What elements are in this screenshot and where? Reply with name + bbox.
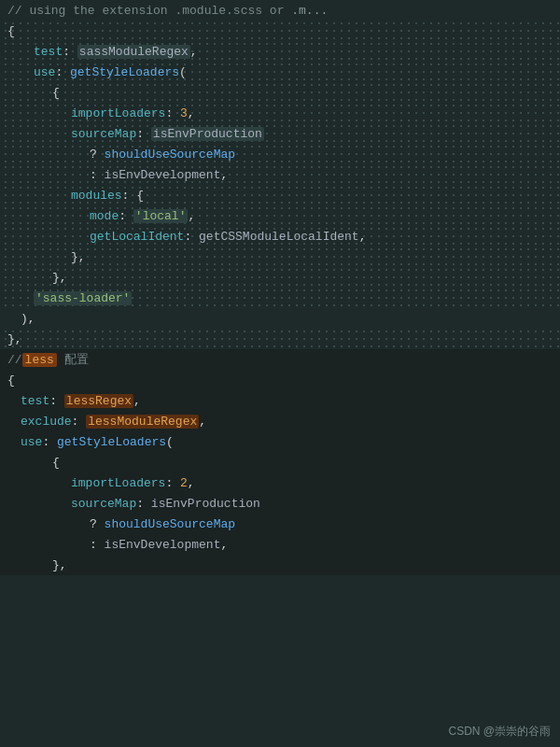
token: ( <box>179 65 187 79</box>
code-line: use: getStyleLoaders( <box>0 62 560 82</box>
token: , <box>199 415 206 429</box>
token: { <box>52 456 60 470</box>
token: sourceMap <box>71 127 136 141</box>
token: use <box>34 65 55 79</box>
token: : <box>55 65 70 79</box>
token: 配置 <box>57 351 89 368</box>
code-line: }, <box>0 329 560 349</box>
token: }, <box>7 332 22 346</box>
code-line: // using the extension .module.scss or .… <box>0 0 560 21</box>
token: : <box>184 230 199 244</box>
code-line: importLoaders: 2, <box>0 472 560 493</box>
token: }, <box>52 271 67 285</box>
token: extension .module.scss <box>95 4 270 18</box>
code-line: }, <box>0 267 560 288</box>
token: ( <box>166 435 174 449</box>
token: ), <box>21 312 35 326</box>
token: : <box>136 127 151 141</box>
token: isEnvProduction <box>151 497 260 511</box>
code-line: { <box>0 370 560 390</box>
token: 'local' <box>133 209 189 223</box>
token: getCSSModuleLocalIdent <box>199 230 359 244</box>
code-line: ? shouldUseSourceMap <box>0 514 560 534</box>
token: : <box>49 394 64 408</box>
token: : <box>119 209 133 223</box>
token: { <box>7 24 15 38</box>
code-line: { <box>0 21 560 41</box>
code-line: ? shouldUseSourceMap <box>0 144 560 164</box>
token: .m... <box>284 4 328 18</box>
token: : <box>90 538 105 552</box>
token: : <box>136 497 151 511</box>
token: or <box>270 4 285 18</box>
token: }, <box>52 558 67 572</box>
token: modules <box>71 189 122 203</box>
token: getStyleLoaders <box>70 65 179 79</box>
code-line: test: sassModuleRegex, <box>0 41 560 62</box>
token: sassModuleRegex <box>77 45 190 59</box>
token: { <box>7 374 15 388</box>
code-line: importLoaders: 3, <box>0 103 560 123</box>
token: , <box>220 538 228 552</box>
token: isEnvProduction <box>151 127 264 141</box>
token: 'sass-loader' <box>34 291 132 305</box>
token: ? <box>90 517 105 531</box>
code-line: : isEnvDevelopment, <box>0 534 560 555</box>
token: , <box>188 209 195 223</box>
token: use <box>21 435 42 449</box>
token: 2 <box>180 476 188 490</box>
code-line: }, <box>0 247 560 267</box>
code-line: test: lessRegex, <box>0 390 560 411</box>
token: // <box>7 353 22 367</box>
token: shouldUseSourceMap <box>105 517 235 531</box>
token: isEnvDevelopment <box>105 168 221 182</box>
token: importLoaders <box>71 476 165 490</box>
token: shouldUseSourceMap <box>105 148 235 162</box>
token: , <box>188 106 195 120</box>
token: , <box>359 230 367 244</box>
token: : <box>165 106 180 120</box>
token: lessRegex <box>64 394 133 408</box>
watermark: CSDN @崇崇的谷雨 <box>448 724 551 740</box>
token: { <box>52 86 60 100</box>
token: lessModuleRegex <box>86 415 199 429</box>
token: , <box>188 476 195 490</box>
code-line: getLocalIdent: getCSSModuleLocalIdent, <box>0 226 560 247</box>
token: , <box>190 45 198 59</box>
code-line: modules: { <box>0 185 560 205</box>
token: test <box>34 45 63 59</box>
token: : <box>63 45 77 59</box>
token: getStyleLoaders <box>57 435 166 449</box>
token: the <box>73 4 94 18</box>
code-line: { <box>0 82 560 103</box>
code-line: use: getStyleLoaders( <box>0 431 560 452</box>
token: exclude <box>21 415 72 429</box>
token: , <box>220 168 228 182</box>
code-line: //less 配置 <box>0 349 560 370</box>
token: isEnvDevelopment <box>105 538 221 552</box>
token: // using <box>7 4 73 18</box>
token: : <box>165 476 180 490</box>
token: 3 <box>180 106 188 120</box>
code-line: sourceMap: isEnvProduction <box>0 493 560 514</box>
token: : <box>90 168 105 182</box>
code-line: }, <box>0 555 560 575</box>
code-line: exclude: lessModuleRegex, <box>0 411 560 431</box>
token: : { <box>122 189 144 203</box>
token: , <box>133 394 141 408</box>
token: importLoaders <box>71 106 165 120</box>
code-line: : isEnvDevelopment, <box>0 164 560 185</box>
code-line: { <box>0 452 560 472</box>
code-line: 'sass-loader' <box>0 288 560 308</box>
token: ? <box>90 148 105 162</box>
token: }, <box>71 250 86 264</box>
token: : <box>42 435 57 449</box>
code-line: mode: 'local', <box>0 205 560 226</box>
token: test <box>21 394 49 408</box>
code-editor: // using the extension .module.scss or .… <box>0 0 560 747</box>
code-line: ), <box>0 308 560 329</box>
code-line: sourceMap: isEnvProduction <box>0 123 560 144</box>
token: : <box>72 415 87 429</box>
token: sourceMap <box>71 497 136 511</box>
token: mode <box>90 209 119 223</box>
